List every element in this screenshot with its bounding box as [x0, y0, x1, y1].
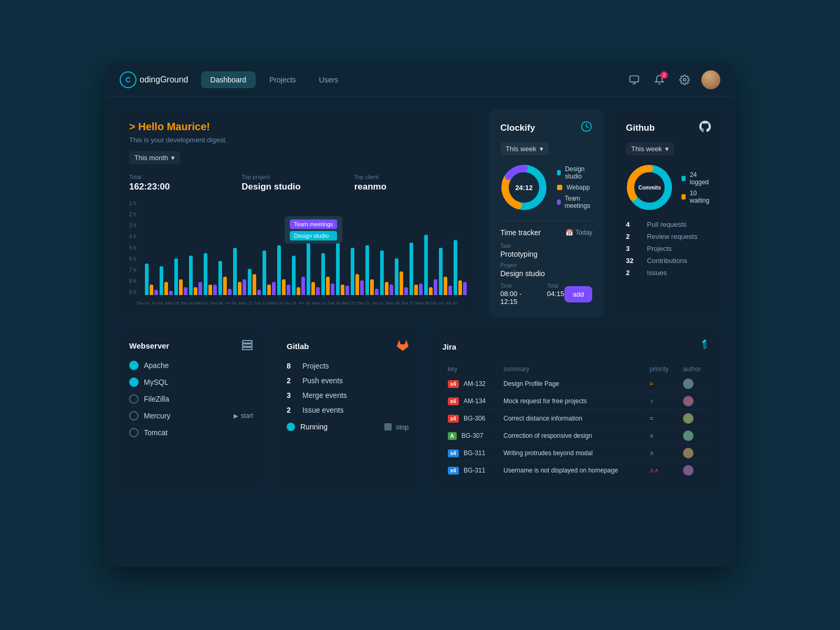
gitlab-title: Gitlab: [287, 339, 409, 353]
webserver-card: Webserver Apache MySQL: [118, 328, 265, 489]
top-row: > Hello Maurice! This is your developmen…: [118, 109, 722, 317]
priority-icon: ∧: [649, 432, 654, 439]
clockify-logo-icon: [581, 121, 592, 135]
logo: C odingGround: [120, 71, 188, 88]
total-field: Total 04:15: [547, 283, 564, 306]
jira-table-container[interactable]: key summary priority author x4 AM-132 De…: [443, 362, 711, 478]
apache-label: Apache: [144, 361, 169, 370]
gitlab-merge-label: Merge events: [302, 391, 347, 400]
running-indicator: [287, 423, 295, 431]
legend-dot-design: [557, 170, 561, 175]
priority-icon: =: [649, 415, 653, 422]
jira-table: key summary priority author x4 AM-132 De…: [443, 362, 711, 478]
col-priority: priority: [645, 363, 677, 375]
issue-key: AM-134: [464, 397, 486, 405]
issue-badge: x4: [448, 397, 459, 405]
stats-row: Total 162:23:00 Top project Design studi…: [129, 174, 467, 192]
stat-contributions: 32 Contributions: [626, 257, 711, 265]
clockify-donut-section: 24:12 Design studio Webapp: [500, 164, 592, 211]
mercury-start-label[interactable]: start: [241, 412, 253, 419]
github-legend: 24 logged 10 waiting: [681, 171, 711, 204]
chevron-down-icon: ▾: [540, 145, 543, 153]
nav-users[interactable]: Users: [310, 71, 348, 88]
clockify-donut-label: 24:12: [515, 184, 532, 192]
settings-icon[interactable]: [676, 71, 693, 88]
clockify-donut: 24:12: [500, 164, 548, 211]
digest-card: > Hello Maurice! This is your developmen…: [118, 109, 478, 317]
stop-area[interactable]: stop: [384, 423, 409, 431]
chart-tooltip: Team meetings Design studio: [285, 216, 343, 244]
col-summary: summary: [499, 363, 644, 375]
legend-item-webapp: Webapp: [557, 184, 592, 191]
svg-rect-10: [243, 341, 252, 343]
running-row: Running stop: [287, 423, 409, 431]
issue-key: BG-306: [464, 415, 485, 422]
today-button[interactable]: 📅 Today: [565, 229, 592, 236]
gitlab-push: 2 Push events: [287, 376, 409, 385]
issue-summary: Correct distance information: [499, 411, 644, 427]
issue-summary: Mock request for free projects: [499, 393, 644, 410]
server-list: Apache MySQL FileZilla Mercury ▶: [129, 361, 253, 437]
github-period[interactable]: This week ▾: [626, 142, 674, 155]
github-title: Github: [626, 123, 655, 133]
mercury-label: Mercury: [144, 412, 171, 420]
mysql-label: MySQL: [144, 378, 169, 386]
legend-label-team: Team meetings: [565, 195, 593, 209]
stat-total: Total 162:23:00: [129, 174, 242, 192]
author-avatar: [683, 430, 694, 441]
gitlab-card: Gitlab 8 Projects 2 Push events: [275, 328, 421, 489]
issue-key: BG-311: [464, 467, 485, 474]
stop-label[interactable]: stop: [396, 423, 409, 431]
github-legend-logged: 24 logged: [681, 171, 711, 186]
tooltip-team: Team meetings: [290, 219, 338, 229]
svg-point-1: [684, 78, 686, 81]
period-label: This month: [134, 154, 168, 162]
notification-icon[interactable]: 2: [651, 71, 668, 88]
col-key: key: [444, 363, 499, 375]
github-donut-label: Commits: [638, 185, 661, 191]
legend-dot-waiting: [681, 194, 685, 200]
gitlab-issue-label: Issue events: [302, 406, 344, 414]
server-tomcat: Tomcat: [129, 428, 253, 437]
nav-projects[interactable]: Projects: [260, 71, 306, 88]
author-avatar: [683, 396, 694, 406]
github-header: Github: [626, 121, 711, 135]
tomcat-label: Tomcat: [144, 428, 167, 437]
clockify-period[interactable]: This week ▾: [500, 142, 549, 155]
gitlab-projects-label: Projects: [302, 362, 329, 370]
github-card: Github This week ▾: [614, 109, 722, 317]
table-row: x4 BG-311 Username is not displayed on h…: [444, 463, 710, 478]
add-button[interactable]: add: [564, 286, 593, 302]
issue-summary: Username is not displayed on homepage: [499, 463, 644, 478]
logo-text: odingGround: [140, 75, 188, 85]
stop-icon[interactable]: [384, 423, 392, 430]
time-range-field: Time 08:00 - 12:15: [500, 283, 537, 306]
issue-summary: Correction of responsive design: [499, 428, 644, 444]
apache-status: [129, 361, 139, 370]
priority-icon: ∧: [649, 449, 654, 457]
notification-badge: 2: [660, 71, 668, 79]
period-selector[interactable]: This month ▾: [129, 151, 180, 164]
stat-top-client: Top client reanmo: [354, 174, 467, 192]
table-row: x4 BG-306 Correct distance information =: [444, 411, 710, 427]
task-field: Task Prototyping: [500, 243, 592, 258]
stat-projects: 3 Projects: [626, 245, 711, 253]
jira-icon: [699, 339, 711, 354]
gitlab-icon: [396, 339, 409, 353]
clockify-period-label: This week: [506, 145, 537, 153]
monitor-icon[interactable]: [626, 71, 643, 88]
filezilla-label: FileZilla: [144, 395, 169, 403]
chevron-down-icon: ▾: [171, 154, 175, 162]
user-avatar[interactable]: [701, 70, 720, 89]
play-icon[interactable]: ▶: [234, 413, 238, 419]
nav-dashboard[interactable]: Dashboard: [201, 71, 256, 88]
server-mercury: Mercury ▶ start: [129, 411, 253, 421]
table-row: A BG-307 Correction of responsive design…: [444, 428, 710, 444]
clockify-legend: Design studio Webapp Team meetings: [557, 165, 592, 209]
gitlab-list: 8 Projects 2 Push events 3 Merge events …: [287, 362, 409, 431]
gitlab-push-label: Push events: [302, 376, 343, 385]
clockify-header: Clockify: [500, 121, 592, 135]
webserver-title: Webserver: [129, 339, 253, 352]
tracker-time-info: Time 08:00 - 12:15 Total 04:15: [500, 283, 564, 306]
legend-dot-logged: [681, 176, 686, 181]
